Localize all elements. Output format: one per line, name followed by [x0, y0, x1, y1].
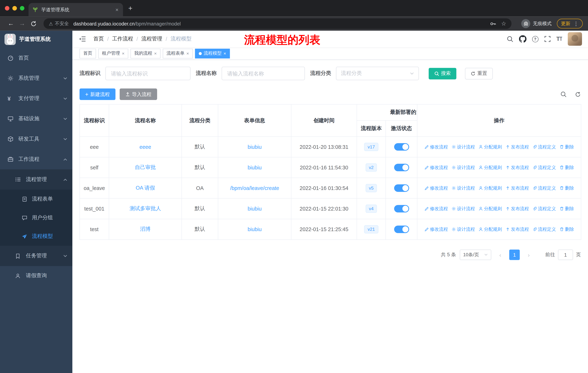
breadcrumb-workflow[interactable]: 工作流程 [112, 36, 133, 42]
create-process-button[interactable]: + 新建流程 [79, 89, 115, 100]
goto-page-input[interactable] [558, 250, 573, 260]
user-avatar[interactable] [568, 32, 582, 46]
action-edit[interactable]: 修改流程 [424, 226, 448, 232]
browser-menu-icon[interactable]: ⋮ [573, 20, 579, 27]
breadcrumb-process-mgmt[interactable]: 流程管理 [141, 36, 162, 42]
active-toggle[interactable] [394, 143, 409, 151]
sidebar-item-process-form[interactable]: 流程表单 [0, 190, 72, 208]
table-search-icon[interactable] [560, 91, 567, 97]
update-button[interactable]: 更新 ⋮ [557, 19, 583, 28]
help-icon[interactable]: ? [532, 36, 538, 42]
key-icon[interactable] [490, 20, 496, 27]
breadcrumb-home[interactable]: 首页 [93, 36, 104, 42]
font-size-icon[interactable]: T⊺ [556, 36, 562, 42]
action-edit[interactable]: 修改流程 [424, 144, 448, 150]
active-toggle[interactable] [394, 184, 409, 192]
active-toggle[interactable] [394, 164, 409, 171]
sidebar-item-task-mgmt[interactable]: 任务管理 [0, 246, 72, 266]
sidebar-item-process-mgmt[interactable]: 流程管理 [0, 169, 72, 190]
action-design[interactable]: 设计流程 [451, 164, 475, 171]
cell-name-link[interactable]: eeee [109, 137, 182, 157]
sidebar-item-payment[interactable]: ¥ 支付管理 [0, 89, 72, 109]
close-icon[interactable]: × [223, 51, 226, 56]
tag-home[interactable]: 首页 [79, 49, 96, 58]
action-assign[interactable]: 分配规则 [478, 164, 502, 171]
action-definition[interactable]: 流程定义 [532, 226, 556, 232]
cell-form-link[interactable]: biubiu [218, 198, 291, 219]
tag-my-process[interactable]: 我的流程× [130, 49, 161, 58]
close-icon[interactable]: × [122, 51, 125, 56]
cell-name-link[interactable]: 滔博 [109, 219, 182, 240]
cell-form-link[interactable]: biubiu [218, 219, 291, 240]
action-definition[interactable]: 流程定义 [532, 185, 556, 191]
action-publish[interactable]: 发布流程 [505, 144, 529, 150]
sidebar-item-system[interactable]: 系统管理 [0, 68, 72, 88]
filter-category-select[interactable]: 流程分类 [336, 67, 419, 80]
prev-page-button[interactable]: ‹ [495, 250, 506, 260]
action-edit[interactable]: 修改流程 [424, 164, 448, 171]
cell-form-link[interactable]: /bpm/oa/leave/create [218, 178, 291, 198]
search-icon[interactable] [506, 36, 513, 42]
sidebar-item-process-model[interactable]: 流程模型 [0, 227, 72, 246]
cell-form-link[interactable]: biubiu [218, 157, 291, 178]
action-delete[interactable]: 删除 [559, 144, 574, 150]
close-icon[interactable]: × [187, 51, 189, 56]
github-icon[interactable] [519, 35, 526, 43]
action-definition[interactable]: 流程定义 [532, 144, 556, 150]
reload-icon[interactable] [28, 20, 39, 27]
current-page[interactable]: 1 [509, 250, 520, 260]
cell-name-link[interactable]: 测试多审批人 [109, 198, 182, 219]
incognito-badge[interactable]: 无痕模式 [521, 19, 552, 28]
action-publish[interactable]: 发布流程 [505, 226, 529, 232]
star-icon[interactable]: ☆ [501, 20, 506, 27]
action-assign[interactable]: 分配规则 [478, 226, 502, 232]
fullscreen-icon[interactable] [544, 36, 551, 42]
page-size-select[interactable]: 10条/页 [460, 250, 491, 260]
browser-tab[interactable]: 芋道管理系统 × [28, 3, 123, 16]
tag-tenant[interactable]: 租户管理× [98, 49, 128, 58]
action-assign[interactable]: 分配规则 [478, 185, 502, 191]
sidebar-item-devtools[interactable]: 研发工具 [0, 129, 72, 149]
sidebar-item-user-group[interactable]: 用户分组 [0, 208, 72, 227]
tag-process-model[interactable]: 流程模型× [195, 49, 230, 58]
action-publish[interactable]: 发布流程 [505, 205, 529, 212]
filter-name-input[interactable] [222, 67, 305, 80]
active-toggle[interactable] [394, 205, 409, 212]
cell-name-link[interactable]: 自己审批 [109, 157, 182, 178]
action-delete[interactable]: 删除 [559, 164, 574, 171]
action-design[interactable]: 设计流程 [451, 185, 475, 191]
action-publish[interactable]: 发布流程 [505, 164, 529, 171]
sidebar-item-infra[interactable]: 基础设施 [0, 109, 72, 129]
security-indicator[interactable]: ⚠ 不安全 [49, 20, 69, 27]
action-assign[interactable]: 分配规则 [478, 144, 502, 150]
back-icon[interactable]: ← [5, 20, 17, 27]
search-button[interactable]: 搜索 [429, 68, 456, 79]
filter-key-input[interactable] [105, 67, 190, 80]
action-delete[interactable]: 删除 [559, 205, 574, 212]
cell-name-link[interactable]: OA 请假 [109, 178, 182, 198]
url-bar[interactable]: ⚠ 不安全 dashboard.yudao.iocoder.cn/bpm/man… [43, 18, 512, 29]
next-page-button[interactable]: › [524, 250, 534, 260]
forward-icon[interactable]: → [17, 20, 28, 27]
window-close-button[interactable] [5, 6, 10, 10]
action-edit[interactable]: 修改流程 [424, 205, 448, 212]
sidebar-item-home[interactable]: 首页 [0, 48, 72, 68]
action-definition[interactable]: 流程定义 [532, 205, 556, 212]
action-edit[interactable]: 修改流程 [424, 185, 448, 191]
new-tab-button[interactable]: + [128, 4, 133, 13]
table-refresh-icon[interactable] [575, 91, 581, 97]
hamburger-icon[interactable] [79, 36, 86, 42]
tab-close-icon[interactable]: × [115, 7, 119, 13]
sidebar-logo[interactable]: 芋道管理系统 [0, 31, 72, 48]
close-icon[interactable]: × [154, 51, 157, 56]
reset-button[interactable]: 重置 [465, 68, 493, 79]
action-design[interactable]: 设计流程 [451, 226, 475, 232]
active-toggle[interactable] [394, 226, 409, 233]
cell-form-link[interactable]: biubiu [218, 137, 291, 157]
action-design[interactable]: 设计流程 [451, 144, 475, 150]
import-process-button[interactable]: 导入流程 [120, 89, 157, 100]
sidebar-item-workflow[interactable]: 工作流程 [0, 149, 72, 169]
action-publish[interactable]: 发布流程 [505, 185, 529, 191]
tag-process-form[interactable]: 流程表单× [163, 49, 193, 58]
action-delete[interactable]: 删除 [559, 185, 574, 191]
